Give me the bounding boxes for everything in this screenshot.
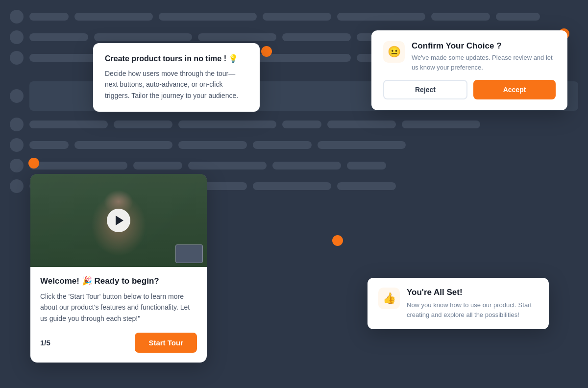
- confirm-emoji: 😐: [383, 41, 405, 63]
- tooltip-card: Create product tours in no time ! 💡 Deci…: [93, 43, 260, 112]
- indicator-dot-welcome: [28, 158, 39, 169]
- all-set-text: You're All Set! Now you know how to use …: [407, 288, 538, 319]
- all-set-card: 👍 You're All Set! Now you know how to us…: [368, 278, 549, 329]
- tooltip-body: Decide how users move through the tour—n…: [105, 68, 248, 101]
- confirm-title: Confirm Your Choice ?: [412, 41, 556, 51]
- video-area: [30, 174, 207, 267]
- confirm-header: 😐 Confirm Your Choice ? We've made some …: [383, 41, 556, 72]
- welcome-body: Welcome! 🎉 Ready to begin? Click the 'St…: [30, 267, 207, 363]
- confirm-card: 😐 Confirm Your Choice ? We've made some …: [371, 30, 567, 110]
- confirm-body: We've made some updates. Please review a…: [412, 53, 556, 72]
- indicator-dot-allset: [332, 235, 343, 246]
- welcome-description: Click the 'Start Tour' button below to l…: [40, 291, 197, 324]
- welcome-footer: 1/5 Start Tour: [40, 333, 197, 353]
- tooltip-title: Create product tours in no time ! 💡: [105, 54, 248, 63]
- reject-button[interactable]: Reject: [383, 80, 467, 99]
- play-button[interactable]: [107, 209, 130, 232]
- welcome-card: Welcome! 🎉 Ready to begin? Click the 'St…: [30, 174, 207, 363]
- confirm-actions: Reject Accept: [383, 80, 556, 99]
- indicator-dot-tooltip: [261, 46, 272, 57]
- all-set-title: You're All Set!: [407, 288, 538, 297]
- all-set-body: Now you know how to use our product. Sta…: [407, 300, 538, 319]
- accept-button[interactable]: Accept: [473, 80, 556, 99]
- video-thumbnail: [175, 244, 203, 263]
- start-tour-button[interactable]: Start Tour: [135, 333, 197, 353]
- confirm-text: Confirm Your Choice ? We've made some up…: [412, 41, 556, 72]
- welcome-title: Welcome! 🎉 Ready to begin?: [40, 276, 197, 286]
- step-counter: 1/5: [40, 339, 50, 347]
- all-set-emoji: 👍: [378, 288, 400, 309]
